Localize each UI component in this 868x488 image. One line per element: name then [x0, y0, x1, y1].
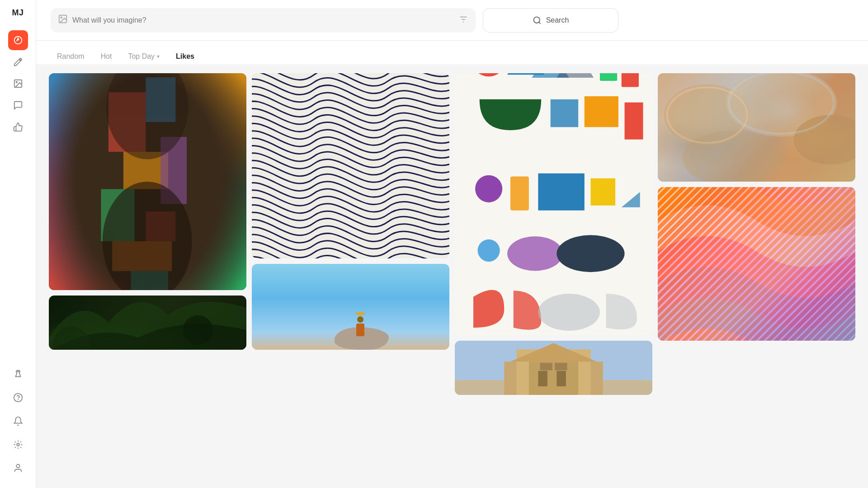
gallery-item-dark[interactable] [49, 296, 246, 350]
filter-icon[interactable] [458, 14, 468, 26]
svg-point-37 [475, 175, 502, 202]
tab-top-day-label: Top Day [128, 52, 155, 61]
svg-point-1 [16, 81, 17, 83]
sidebar-item-images[interactable] [8, 74, 28, 94]
svg-marker-31 [557, 73, 594, 78]
tab-top-day[interactable]: Top Day ▾ [122, 49, 166, 64]
svg-line-13 [539, 22, 541, 23]
tab-hot[interactable]: Hot [94, 49, 118, 64]
gallery-col-1 [49, 73, 246, 350]
gallery-item-shapes[interactable] [455, 73, 652, 335]
svg-point-25 [183, 315, 213, 345]
gallery-item-stripes[interactable] [252, 73, 449, 258]
image-search-icon [58, 14, 68, 26]
tab-hot-label: Hot [100, 52, 112, 61]
svg-point-6 [16, 465, 19, 468]
gallery-item-portrait[interactable] [49, 73, 246, 290]
search-bar[interactable] [51, 8, 476, 33]
sidebar-item-chat[interactable] [8, 95, 28, 115]
gallery-item-figure[interactable] [252, 264, 449, 350]
svg-point-45 [538, 294, 600, 331]
tab-random-label: Random [57, 52, 84, 61]
svg-point-5 [17, 443, 19, 446]
tab-likes[interactable]: Likes [170, 49, 201, 64]
svg-rect-33 [622, 73, 639, 87]
svg-rect-59 [540, 363, 552, 370]
sidebar-bottom [8, 364, 28, 480]
sidebar: MJ [0, 0, 36, 488]
gallery [36, 64, 868, 488]
sidebar-item-create[interactable] [8, 52, 28, 72]
svg-point-12 [533, 17, 539, 23]
gallery-col-3 [455, 73, 652, 395]
app-logo: MJ [12, 8, 24, 18]
svg-rect-32 [600, 73, 617, 81]
svg-point-8 [61, 17, 62, 18]
sidebar-item-lab[interactable] [8, 364, 28, 384]
svg-rect-40 [590, 178, 615, 206]
tab-likes-label: Likes [176, 52, 194, 61]
main-content: Search Random Hot Top Day ▾ Likes [36, 0, 868, 488]
svg-rect-38 [510, 177, 529, 211]
svg-rect-36 [625, 103, 643, 140]
search-button-label: Search [546, 16, 569, 24]
svg-rect-35 [585, 96, 618, 127]
gallery-grid [49, 73, 855, 395]
svg-point-44 [557, 235, 624, 272]
svg-point-43 [507, 236, 563, 271]
svg-point-42 [478, 239, 500, 262]
gallery-item-stones[interactable] [658, 73, 855, 182]
svg-rect-57 [538, 371, 547, 386]
tabs-bar: Random Hot Top Day ▾ Likes [36, 41, 868, 64]
svg-rect-58 [557, 371, 566, 386]
search-button[interactable]: Search [483, 8, 618, 33]
sidebar-item-help[interactable] [8, 388, 28, 408]
sidebar-item-profile[interactable] [8, 458, 28, 478]
gallery-col-2 [252, 73, 449, 350]
sidebar-item-notifications[interactable] [8, 411, 28, 431]
svg-rect-34 [551, 99, 578, 127]
gallery-col-4 [658, 73, 855, 341]
sidebar-item-settings[interactable] [8, 435, 28, 455]
svg-rect-60 [555, 363, 567, 370]
svg-rect-39 [538, 174, 584, 211]
header: Search [36, 0, 868, 41]
sidebar-item-explore[interactable] [8, 30, 28, 50]
sidebar-item-likes[interactable] [8, 117, 28, 137]
gallery-item-building[interactable] [455, 341, 652, 395]
chevron-down-icon: ▾ [157, 53, 160, 60]
prompt-input[interactable] [72, 16, 454, 24]
tab-random[interactable]: Random [51, 49, 90, 64]
gallery-item-waves[interactable] [658, 187, 855, 341]
